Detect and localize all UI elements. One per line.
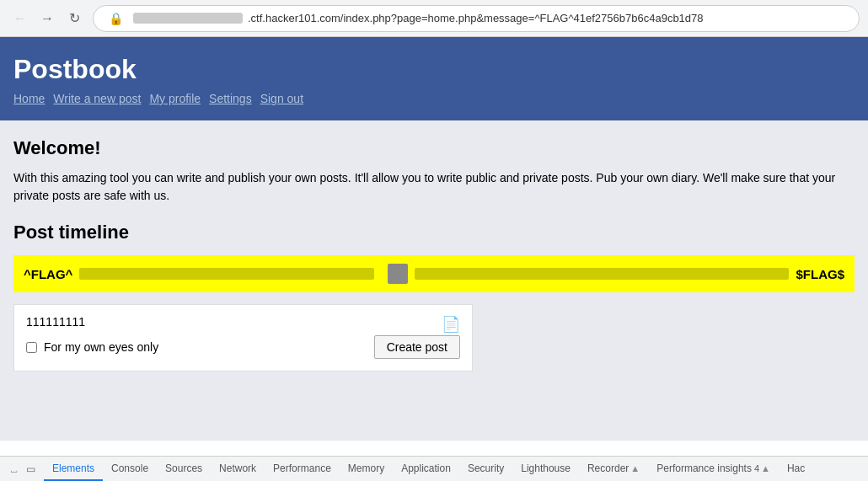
main-content: Welcome! With this amazing tool you can … [0, 120, 868, 441]
site-title: Postbook [13, 54, 855, 85]
create-post-button[interactable]: Create post [374, 335, 460, 359]
post-checkbox-label: For my own eyes only [44, 340, 158, 354]
nav-write-post[interactable]: Write a new post [53, 92, 141, 105]
site-header: Postbook Home Write a new post My profil… [0, 37, 868, 120]
nav-my-profile[interactable]: My profile [149, 92, 201, 105]
address-bar[interactable]: 🔒 .ctf.hacker101.com/index.php?page=home… [93, 5, 860, 32]
nav-settings[interactable]: Settings [209, 92, 252, 105]
post-number: 111111111 [26, 315, 85, 329]
flag-end: $FLAG$ [796, 267, 844, 281]
nav-home[interactable]: Home [13, 92, 45, 105]
site-nav: Home Write a new post My profile Setting… [13, 92, 855, 112]
nav-sign-out[interactable]: Sign out [260, 92, 303, 105]
post-checkbox-row: For my own eyes only Create post [26, 335, 460, 359]
post-card-header: 📄 111111111 [26, 315, 460, 329]
flag-blur-content [79, 268, 374, 280]
flag-icon-box [388, 264, 408, 284]
post-edit-icon[interactable]: 📄 [442, 315, 460, 334]
flag-row: ^FLAG^ $FLAG$ [13, 255, 855, 292]
lock-icon: 🔒 [104, 12, 128, 25]
back-button[interactable]: ← [8, 7, 32, 30]
flag-start: ^FLAG^ [24, 267, 72, 281]
post-timeline-heading: Post timeline [13, 222, 855, 243]
address-blur [133, 13, 243, 24]
post-private-checkbox[interactable] [26, 342, 37, 353]
welcome-heading: Welcome! [13, 137, 855, 159]
nav-buttons: ← → ↻ [8, 7, 86, 30]
post-card: 📄 111111111 For my own eyes only Create … [13, 304, 473, 371]
welcome-text: With this amazing tool you can write and… [13, 169, 855, 205]
address-text: .ctf.hacker101.com/index.php?page=home.p… [248, 12, 704, 24]
forward-button[interactable]: → [35, 7, 59, 30]
browser-chrome: ← → ↻ 🔒 .ctf.hacker101.com/index.php?pag… [0, 0, 868, 37]
flag-blur-2 [415, 268, 789, 280]
reload-button[interactable]: ↻ [62, 7, 86, 30]
